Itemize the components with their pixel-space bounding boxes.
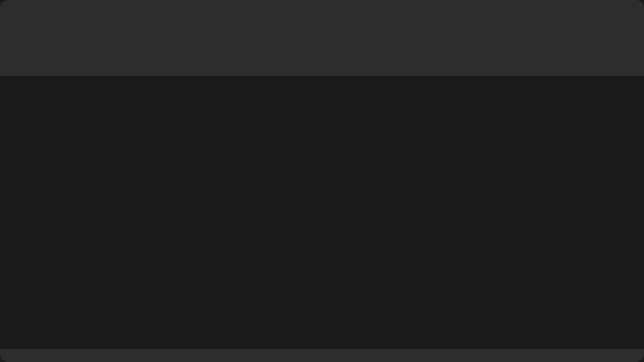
device-frame: 📄 ↩ · Inbox - KatieJ@afdemo.onmicrosoft.… (0, 0, 644, 362)
